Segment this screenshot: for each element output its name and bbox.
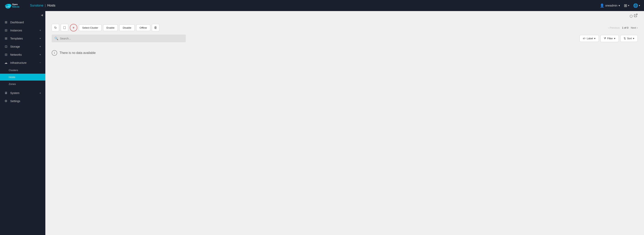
globe-icon: 🌐 [633,3,638,8]
external-link-icon: ⬡ [630,14,633,18]
sidebar-label-settings: Settings [10,100,42,103]
sidebar-label-instances: Instances [10,29,37,32]
label-filter-label: Label [586,37,593,40]
header-left: Open Nebula Sunstone | Hosts [4,2,56,9]
templates-expand-icon: ＋ [39,37,42,40]
system-icon: 🖥 [4,91,8,95]
label-filter-icon: 🏷 [583,37,586,40]
sidebar: ◀ ⊞ Dashboard ⊟ Instances ＋ ⊞ Templates … [0,11,45,235]
breadcrumb: Sunstone | Hosts [30,4,56,7]
storage-icon: ⊡ [4,45,8,48]
settings-icon: ⚙ [4,99,8,103]
empty-state-message: There is no data available [60,51,96,55]
filter-label: Filter [607,37,613,40]
sidebar-label-clusters: Clusters [9,69,18,72]
sidebar-item-dashboard[interactable]: ⊞ Dashboard [0,18,45,26]
globe-chevron-icon: ▾ [639,4,640,7]
main-layout: ◀ ⊞ Dashboard ⊟ Instances ＋ ⊞ Templates … [0,11,644,235]
filter-button[interactable]: ⧩ Filter ▾ [600,35,619,42]
sidebar-label-templates: Templates [10,37,37,40]
search-box: 🔍 [52,35,186,42]
infrastructure-expand-icon: － [39,61,42,64]
breadcrumb-app[interactable]: Sunstone [30,4,44,7]
refresh-icon: ↻ [54,26,57,30]
select-cluster-label: Select Cluster [82,26,98,29]
external-link-button[interactable]: ⬡ [630,14,638,18]
enable-label: Enable [106,26,114,29]
disable-label: Disable [123,26,131,29]
user-name: oneadmin [605,4,618,7]
sidebar-item-infrastructure[interactable]: ☁ Infrastructure － [0,59,45,67]
top-header: Open Nebula Sunstone | Hosts 👤 oneadmin … [0,0,644,11]
sidebar-item-settings[interactable]: ⚙ Settings [0,97,45,105]
empty-state: i There is no data available [52,46,638,60]
enable-button[interactable]: Enable [103,25,118,31]
refresh-button[interactable]: ↻ [52,24,59,31]
previous-button[interactable]: ‹ Previous [608,26,620,29]
next-button[interactable]: Next › [631,26,638,29]
sidebar-item-system[interactable]: 🖥 System ＋ [0,89,45,97]
system-expand-icon: ＋ [39,91,42,95]
breadcrumb-page: Hosts [47,4,56,7]
sort-label: Sort [627,37,632,40]
search-icon: 🔍 [54,37,58,40]
storage-expand-icon: ＋ [39,45,42,48]
sort-icon: ⇅ [624,37,626,40]
instances-expand-icon: ＋ [39,29,42,32]
delete-icon: 🗑 [154,26,157,30]
disable-button[interactable]: Disable [119,25,134,31]
sidebar-item-hosts[interactable]: Hosts [0,74,45,81]
svg-text:Nebula: Nebula [12,6,20,8]
sidebar-item-instances[interactable]: ⊟ Instances ＋ [0,26,45,34]
sidebar-item-networks[interactable]: ⊟ Networks ＋ [0,51,45,59]
select-cluster-button[interactable]: Select Cluster [79,25,102,31]
sidebar-item-templates[interactable]: ⊞ Templates ＋ [0,34,45,43]
info-icon: i [52,50,57,56]
search-input[interactable] [60,37,183,40]
grid-icon: ⊞ [624,3,627,8]
grid-chevron-icon: ▾ [628,4,629,7]
sidebar-item-clusters[interactable]: Clusters [0,67,45,74]
select-all-button[interactable]: ☐ [61,24,68,31]
sidebar-collapse[interactable]: ◀ [0,13,45,18]
checkbox-icon: ☐ [63,26,66,30]
grid-menu-button[interactable]: ⊞ ▾ [624,3,629,8]
add-icon: + [72,26,75,30]
previous-chevron-icon: ‹ [608,26,609,29]
page-content: ↻ ☐ + Select Cluster Enable [45,19,644,64]
header-right: 👤 oneadmin ▾ ⊞ ▾ 🌐 ▾ [600,3,640,8]
sidebar-label-dashboard: Dashboard [10,21,42,24]
sidebar-item-zones[interactable]: Zones [0,81,45,88]
sidebar-label-hosts: Hosts [9,76,15,79]
sort-button[interactable]: ⇅ Sort ▾ [620,35,638,42]
sidebar-item-storage[interactable]: ⊡ Storage ＋ [0,43,45,51]
networks-icon: ⊟ [4,53,8,57]
sidebar-label-infrastructure: Infrastructure [10,61,37,64]
sort-chevron-icon: ▾ [633,37,634,40]
toolbar-row: ↻ ☐ + Select Cluster Enable [52,24,638,31]
user-chevron-icon: ▾ [618,4,620,7]
pagination-info: 1 of 0 [622,26,628,29]
pagination-area: ‹ Previous 1 of 0 Next › [608,26,638,29]
content-topbar: ⬡ [45,11,644,19]
svg-text:Open: Open [12,3,18,6]
templates-icon: ⊞ [4,37,8,40]
globe-menu-button[interactable]: 🌐 ▾ [633,3,640,8]
user-menu[interactable]: 👤 oneadmin ▾ [600,3,620,8]
infrastructure-icon: ☁ [4,61,8,65]
filter-btn-group: 🏷 Label ▾ ⧩ Filter ▾ ⇅ Sort ▾ [580,35,638,42]
user-icon: 👤 [600,3,604,8]
add-host-button[interactable]: + [70,24,77,31]
offline-label: Offline [140,26,147,29]
logo-area: Open Nebula [4,2,28,9]
content-area: ⬡ ↻ ☐ [45,11,644,235]
breadcrumb-separator: | [45,4,46,7]
delete-button[interactable]: 🗑 [152,24,159,31]
filter-chevron-icon: ▾ [614,37,616,40]
networks-expand-icon: ＋ [39,53,42,56]
next-label: Next [631,26,636,29]
filter-icon: ⧩ [604,37,606,40]
sidebar-label-zones: Zones [9,83,16,86]
label-filter-button[interactable]: 🏷 Label ▾ [580,35,599,42]
offline-button[interactable]: Offline [136,25,150,31]
